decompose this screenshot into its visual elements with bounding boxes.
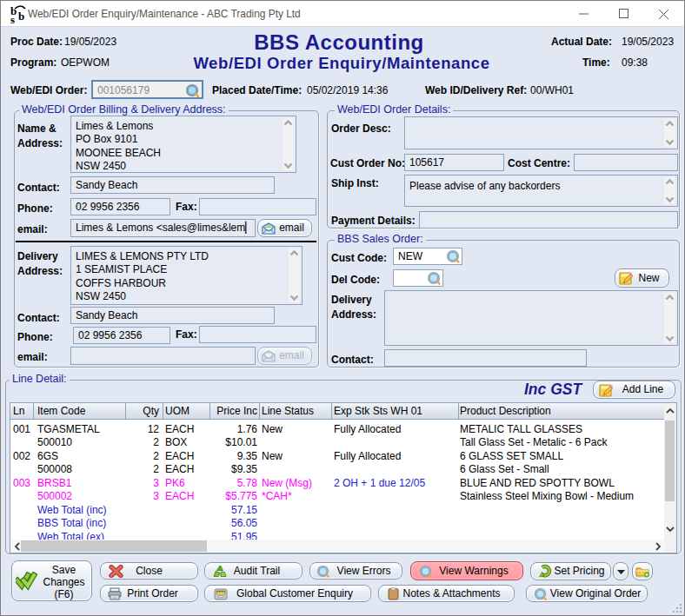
svg-text:s: s <box>10 13 15 24</box>
svg-text:b: b <box>18 10 24 23</box>
